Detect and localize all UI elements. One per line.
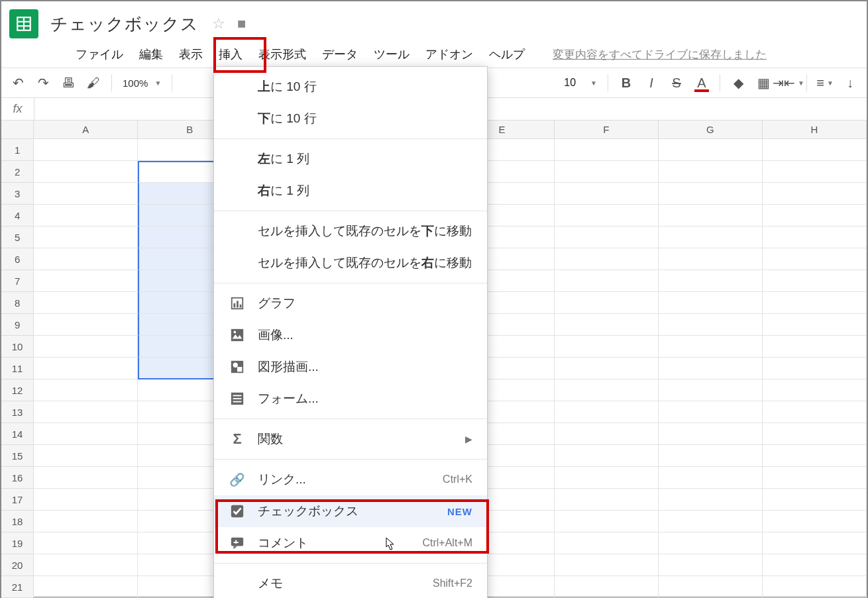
cell-G15[interactable]: [659, 445, 763, 467]
cell-A14[interactable]: [34, 423, 138, 445]
row-header-20[interactable]: 20: [1, 554, 34, 576]
col-header-F[interactable]: F: [555, 121, 659, 139]
undo-button[interactable]: ↶: [7, 72, 29, 94]
cell-G3[interactable]: [659, 183, 763, 205]
menu-tools[interactable]: ツール: [366, 42, 417, 66]
cell-G6[interactable]: [659, 248, 763, 270]
row-header-12[interactable]: 12: [1, 379, 34, 401]
cell-F15[interactable]: [555, 445, 659, 467]
cell-A9[interactable]: [34, 314, 138, 336]
document-title[interactable]: チェックボックス: [50, 13, 199, 36]
row-header-7[interactable]: 7: [1, 270, 34, 292]
cell-A16[interactable]: [34, 467, 138, 489]
cell-A4[interactable]: [34, 205, 138, 226]
cell-A17[interactable]: [34, 489, 138, 511]
cell-A8[interactable]: [34, 292, 138, 314]
cell-H14[interactable]: [763, 423, 867, 445]
cell-A20[interactable]: [34, 554, 138, 576]
col-header-H[interactable]: H: [763, 121, 867, 139]
cell-H20[interactable]: [763, 554, 867, 576]
cell-H7[interactable]: [763, 270, 867, 292]
cell-F20[interactable]: [555, 554, 659, 576]
cell-F4[interactable]: [555, 205, 659, 226]
cell-A6[interactable]: [34, 248, 138, 270]
cell-A3[interactable]: [34, 183, 138, 205]
insert-col-left[interactable]: 左に 1 列: [214, 143, 487, 175]
row-header-15[interactable]: 15: [1, 445, 34, 467]
cell-F21[interactable]: [555, 576, 659, 598]
redo-button[interactable]: ↷: [32, 72, 54, 94]
cell-G21[interactable]: [659, 576, 763, 598]
menu-file[interactable]: ファイル: [68, 42, 131, 66]
cell-G18[interactable]: [659, 511, 763, 532]
cell-A7[interactable]: [34, 270, 138, 292]
row-header-14[interactable]: 14: [1, 423, 34, 445]
valign-button[interactable]: ↓: [839, 72, 861, 94]
cell-G20[interactable]: [659, 554, 763, 576]
strikethrough-button[interactable]: S: [665, 72, 688, 94]
cell-H12[interactable]: [763, 379, 867, 401]
cell-H16[interactable]: [763, 467, 867, 489]
cell-G13[interactable]: [659, 401, 763, 423]
cell-G4[interactable]: [659, 205, 763, 226]
cell-F7[interactable]: [555, 270, 659, 292]
cell-G14[interactable]: [659, 423, 763, 445]
cell-H5[interactable]: [763, 226, 867, 248]
cell-A1[interactable]: [34, 139, 138, 161]
cell-A10[interactable]: [34, 336, 138, 358]
cell-H17[interactable]: [763, 489, 867, 511]
row-header-16[interactable]: 16: [1, 467, 34, 489]
cell-A21[interactable]: [34, 576, 138, 598]
cell-A2[interactable]: [34, 161, 138, 183]
insert-note[interactable]: メモ Shift+F2: [214, 568, 487, 598]
cell-H21[interactable]: [763, 576, 867, 598]
select-all-corner[interactable]: [1, 121, 34, 139]
cell-F10[interactable]: [555, 336, 659, 358]
cell-A19[interactable]: [34, 532, 138, 554]
cell-F11[interactable]: [555, 358, 659, 379]
insert-form[interactable]: フォーム...: [214, 383, 487, 415]
insert-drawing[interactable]: 図形描画...: [214, 351, 487, 383]
cell-H3[interactable]: [763, 183, 867, 205]
row-header-4[interactable]: 4: [1, 205, 34, 226]
menu-addons[interactable]: アドオン: [417, 42, 481, 66]
row-header-17[interactable]: 17: [1, 489, 34, 511]
cell-G7[interactable]: [659, 270, 763, 292]
cell-F17[interactable]: [555, 489, 659, 511]
insert-cells-shift-down[interactable]: セルを挿入して既存のセルを下に移動: [214, 215, 487, 247]
row-header-18[interactable]: 18: [1, 511, 34, 532]
cell-H4[interactable]: [763, 205, 867, 226]
row-header-2[interactable]: 2: [1, 161, 34, 183]
cell-A18[interactable]: [34, 511, 138, 532]
cell-H9[interactable]: [763, 314, 867, 336]
cell-H15[interactable]: [763, 445, 867, 467]
cell-H8[interactable]: [763, 292, 867, 314]
bold-button[interactable]: B: [615, 72, 637, 94]
cell-H18[interactable]: [763, 511, 867, 532]
insert-chart[interactable]: グラフ: [214, 287, 487, 319]
cell-A11[interactable]: [34, 358, 138, 379]
cell-G5[interactable]: [659, 226, 763, 248]
cell-G2[interactable]: [659, 161, 763, 183]
row-header-3[interactable]: 3: [1, 183, 34, 205]
menu-format[interactable]: 表示形式: [250, 42, 314, 66]
align-button[interactable]: ≡▼: [814, 72, 836, 94]
cell-G12[interactable]: [659, 379, 763, 401]
cell-G19[interactable]: [659, 532, 763, 554]
cell-G10[interactable]: [659, 336, 763, 358]
cell-G8[interactable]: [659, 292, 763, 314]
cell-H19[interactable]: [763, 532, 867, 554]
cell-F6[interactable]: [555, 248, 659, 270]
insert-cells-shift-right[interactable]: セルを挿入して既存のセルを右に移動: [214, 247, 487, 279]
insert-image[interactable]: 画像...: [214, 319, 487, 351]
cell-G1[interactable]: [659, 139, 763, 161]
menu-insert[interactable]: 挿入: [211, 42, 250, 66]
cell-F2[interactable]: [555, 161, 659, 183]
cell-F13[interactable]: [555, 401, 659, 423]
cell-F16[interactable]: [555, 467, 659, 489]
col-header-A[interactable]: A: [34, 121, 138, 139]
row-header-6[interactable]: 6: [1, 248, 34, 270]
insert-rows-below[interactable]: 下に 10 行: [214, 103, 487, 134]
cell-G17[interactable]: [659, 489, 763, 511]
italic-button[interactable]: I: [640, 72, 663, 94]
